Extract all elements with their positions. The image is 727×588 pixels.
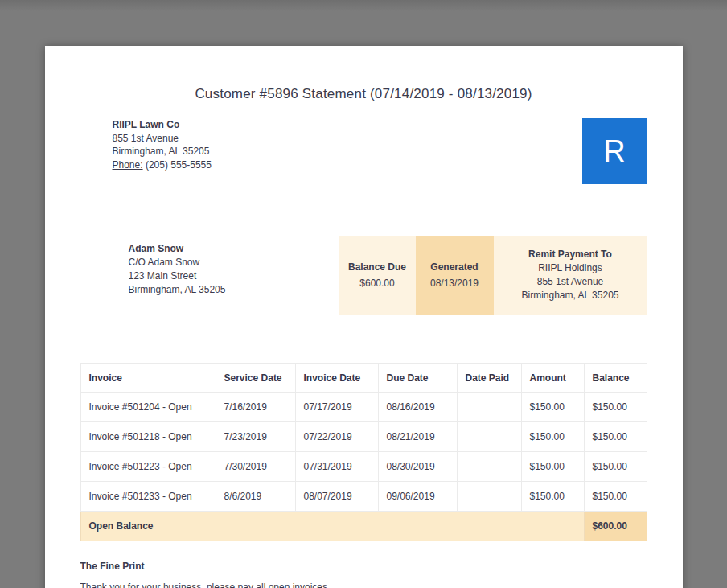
- col-header-invoice-date: Invoice Date: [295, 364, 378, 393]
- invoice-row: Invoice #501204 - Open 7/16/2019 07/17/2…: [80, 393, 647, 422]
- company-address-line1: 855 1st Avenue: [113, 132, 212, 146]
- dotted-divider: [80, 347, 647, 347]
- open-balance-label: Open Balance: [80, 512, 584, 541]
- generated-label: Generated: [422, 261, 487, 273]
- customer-city: Birmingham, AL 35205: [129, 283, 226, 297]
- billing-row: Adam Snow C/O Adam Snow 123 Main Street …: [80, 236, 647, 315]
- statement-title: Customer #5896 Statement (07/14/2019 - 0…: [80, 46, 647, 102]
- open-balance-total: $600.00: [584, 512, 647, 541]
- company-name: RIIPL Lawn Co: [113, 118, 212, 132]
- company-header-row: RIIPL Lawn Co 855 1st Avenue Birmingham,…: [80, 118, 647, 184]
- logo-letter: R: [603, 134, 625, 169]
- col-header-date-paid: Date Paid: [457, 364, 521, 393]
- cell-amount: $150.00: [521, 393, 584, 422]
- remit-name: RIIPL Holdings: [500, 261, 641, 275]
- cell-service-date: 7/23/2019: [216, 422, 295, 452]
- cell-invoice: Invoice #501233 - Open: [80, 482, 216, 512]
- document-viewer-background: Customer #5896 Statement (07/14/2019 - 0…: [0, 0, 727, 588]
- customer-name: Adam Snow: [129, 242, 226, 256]
- remit-address1: 855 1st Avenue: [500, 275, 641, 289]
- cell-balance: $150.00: [584, 422, 647, 452]
- remit-payment-cell: Remit Payment To RIIPL Holdings 855 1st …: [494, 236, 647, 315]
- cell-date-paid: [457, 482, 521, 512]
- cell-invoice-date: 07/22/2019: [295, 422, 378, 452]
- customer-address-block: Adam Snow C/O Adam Snow 123 Main Street …: [129, 236, 226, 315]
- cell-invoice: Invoice #501218 - Open: [80, 422, 216, 452]
- cell-balance: $150.00: [584, 482, 647, 512]
- col-header-amount: Amount: [521, 364, 584, 393]
- cell-date-paid: [457, 422, 521, 452]
- statement-page: Customer #5896 Statement (07/14/2019 - 0…: [45, 46, 683, 588]
- cell-due-date: 08/30/2019: [378, 452, 457, 482]
- col-header-balance: Balance: [584, 364, 647, 393]
- generated-value: 08/13/2019: [422, 278, 487, 289]
- remit-address2: Birmingham, AL 35205: [500, 289, 641, 302]
- generated-cell: Generated 08/13/2019: [416, 236, 494, 315]
- company-info-block: RIIPL Lawn Co 855 1st Avenue Birmingham,…: [113, 118, 212, 171]
- invoice-row: Invoice #501223 - Open 7/30/2019 07/31/2…: [80, 452, 647, 482]
- cell-service-date: 7/30/2019: [216, 452, 295, 482]
- invoice-row: Invoice #501218 - Open 7/23/2019 07/22/2…: [80, 422, 647, 452]
- invoice-table-header-row: Invoice Service Date Invoice Date Due Da…: [80, 364, 647, 393]
- cell-invoice-date: 07/31/2019: [295, 452, 378, 482]
- cell-invoice: Invoice #501223 - Open: [80, 452, 216, 482]
- remit-label: Remit Payment To: [500, 249, 641, 260]
- balance-due-value: $600.00: [346, 278, 409, 289]
- col-header-invoice: Invoice: [80, 364, 216, 393]
- phone-number: (205) 555-5555: [146, 159, 212, 171]
- company-address-line2: Birmingham, AL 35205: [113, 145, 212, 158]
- cell-amount: $150.00: [521, 482, 584, 512]
- statement-summary-box: Balance Due $600.00 Generated 08/13/2019…: [339, 236, 647, 315]
- fine-print-text: Thank you for your business, please pay …: [80, 582, 647, 588]
- cell-service-date: 7/16/2019: [216, 393, 295, 422]
- cell-date-paid: [457, 452, 521, 482]
- cell-due-date: 08/16/2019: [378, 393, 457, 422]
- cell-service-date: 8/6/2019: [216, 482, 295, 512]
- open-balance-row: Open Balance $600.00: [80, 512, 647, 541]
- cell-balance: $150.00: [584, 393, 647, 422]
- balance-due-cell: Balance Due $600.00: [339, 236, 416, 315]
- cell-due-date: 08/21/2019: [378, 422, 457, 452]
- cell-amount: $150.00: [521, 452, 584, 482]
- cell-balance: $150.00: [584, 452, 647, 482]
- col-header-due-date: Due Date: [378, 364, 457, 393]
- col-header-service-date: Service Date: [216, 364, 295, 393]
- cell-invoice-date: 07/17/2019: [295, 393, 378, 422]
- customer-care-of: C/O Adam Snow: [129, 256, 226, 269]
- phone-label: Phone:: [113, 159, 143, 171]
- company-logo: R: [582, 118, 647, 184]
- invoice-row: Invoice #501233 - Open 8/6/2019 08/07/20…: [80, 482, 647, 512]
- cell-amount: $150.00: [521, 422, 584, 452]
- invoice-table: Invoice Service Date Invoice Date Due Da…: [80, 363, 647, 541]
- company-phone-line: Phone: (205) 555-5555: [113, 158, 212, 172]
- cell-due-date: 09/06/2019: [378, 482, 457, 512]
- cell-invoice: Invoice #501204 - Open: [80, 393, 216, 422]
- balance-due-label: Balance Due: [346, 261, 409, 273]
- cell-invoice-date: 08/07/2019: [295, 482, 378, 512]
- customer-street: 123 Main Street: [129, 269, 226, 283]
- fine-print-title: The Fine Print: [80, 561, 647, 572]
- cell-date-paid: [457, 393, 521, 422]
